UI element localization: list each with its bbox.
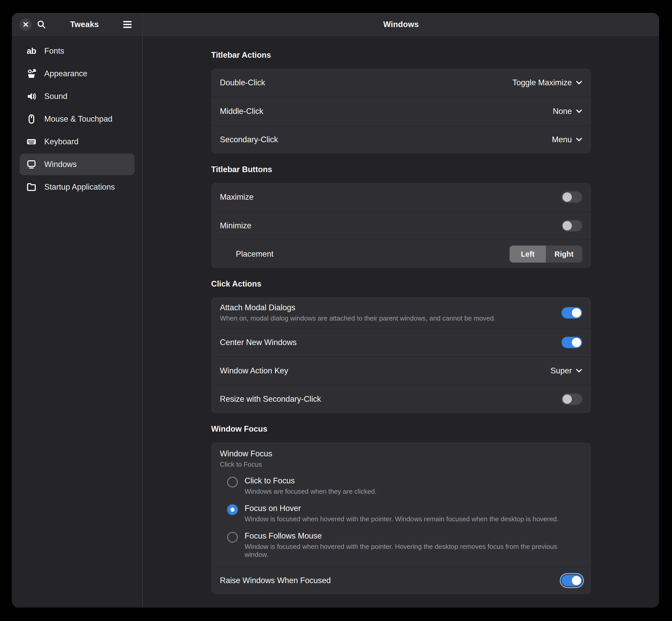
focus-on-hover-label: Focus on Hover xyxy=(244,504,559,513)
window-focus-expander[interactable]: Window Focus Click to Focus xyxy=(211,443,591,472)
fonts-icon: ab xyxy=(26,46,37,56)
sidebar-item-label: Fonts xyxy=(44,46,64,56)
raise-windows-when-focused-toggle[interactable] xyxy=(562,575,582,586)
tweaks-window: Tweaks Windows ab Fonts Appearance xyxy=(12,13,659,608)
center-new-windows-toggle[interactable] xyxy=(562,337,582,348)
mouse-icon xyxy=(26,114,37,124)
chevron-down-icon xyxy=(576,81,582,85)
focus-on-hover-option[interactable]: Focus on Hover Window is focused when ho… xyxy=(211,500,591,527)
sidebar-item-appearance[interactable]: Appearance xyxy=(19,63,135,85)
double-click-dropdown[interactable]: Toggle Maximize xyxy=(512,78,582,87)
resize-secondary-click-label: Resize with Secondary-Click xyxy=(220,395,321,404)
focus-on-hover-texts: Focus on Hover Window is focused when ho… xyxy=(244,504,559,523)
sidebar-item-label: Appearance xyxy=(44,69,87,78)
sidebar-item-windows[interactable]: Windows xyxy=(19,154,135,175)
center-new-windows-row: Center New Windows xyxy=(211,328,591,356)
window-action-key-dropdown[interactable]: Super xyxy=(550,366,582,375)
click-to-focus-label: Click to Focus xyxy=(244,476,377,486)
toggle-knob xyxy=(572,308,581,318)
sound-icon xyxy=(26,91,37,101)
close-icon xyxy=(23,22,29,28)
main-headerbar: Windows xyxy=(143,13,659,36)
windows-icon xyxy=(26,159,37,170)
sidebar-item-keyboard[interactable]: Keyboard xyxy=(19,131,135,153)
focus-follows-mouse-texts: Focus Follows Mouse Window is focused wh… xyxy=(244,531,582,558)
secondary-click-label: Secondary-Click xyxy=(220,135,278,144)
window-focus-card: Window Focus Click to Focus Click to Foc… xyxy=(211,443,591,594)
focus-follows-mouse-option[interactable]: Focus Follows Mouse Window is focused wh… xyxy=(211,527,591,563)
sidebar-item-fonts[interactable]: ab Fonts xyxy=(19,40,135,62)
settings-page-windows: Titlebar Actions Double-Click Toggle Max… xyxy=(143,36,659,608)
click-to-focus-description: Windows are focused when they are clicke… xyxy=(244,488,377,496)
window-focus-expander-subtitle: Click to Focus xyxy=(220,460,582,468)
attach-modal-dialogs-row: Attach Modal Dialogs When on, modal dial… xyxy=(211,297,591,328)
chevron-down-icon xyxy=(576,137,582,142)
placement-left-button[interactable]: Left xyxy=(509,246,546,262)
middle-click-row: Middle-Click None xyxy=(211,97,591,125)
double-click-label: Double-Click xyxy=(220,78,265,87)
middle-click-label: Middle-Click xyxy=(220,107,263,116)
attach-modal-dialogs-description: When on, modal dialog windows are attach… xyxy=(220,315,496,322)
maximize-label: Maximize xyxy=(220,193,254,202)
toggle-knob xyxy=(563,221,572,231)
titlebar-buttons-card: Maximize Minimize Placement Left Right xyxy=(211,183,591,268)
focus-follows-mouse-description: Window is focused when hovered with the … xyxy=(244,543,582,558)
placement-label: Placement xyxy=(220,249,273,259)
focus-on-hover-description: Window is focused when hovered with the … xyxy=(244,515,559,523)
maximize-row: Maximize xyxy=(211,183,591,211)
attach-modal-dialogs-toggle[interactable] xyxy=(562,307,582,319)
section-title-click-actions: Click Actions xyxy=(211,279,591,289)
sidebar: ab Fonts Appearance S xyxy=(12,36,143,608)
app-title: Tweaks xyxy=(51,20,118,29)
menu-button[interactable] xyxy=(120,17,135,32)
raise-windows-when-focused-row: Raise Windows When Focused xyxy=(211,566,591,594)
close-button[interactable] xyxy=(19,18,32,31)
resize-secondary-click-toggle[interactable] xyxy=(562,394,582,405)
radio-unselected-icon xyxy=(227,477,238,488)
sidebar-item-label: Sound xyxy=(44,92,68,101)
search-button[interactable] xyxy=(34,17,49,32)
keyboard-icon xyxy=(26,136,37,147)
minimize-toggle[interactable] xyxy=(562,220,582,232)
double-click-row: Double-Click Toggle Maximize xyxy=(211,69,591,97)
titlebar-actions-card: Double-Click Toggle Maximize Middle-Clic… xyxy=(211,69,591,154)
toggle-knob xyxy=(572,338,581,347)
radio-unselected-icon xyxy=(227,532,238,543)
center-new-windows-label: Center New Windows xyxy=(220,338,297,347)
folder-icon xyxy=(26,182,37,192)
window-action-key-label: Window Action Key xyxy=(220,366,288,375)
toggle-knob xyxy=(572,576,581,585)
sidebar-item-label: Windows xyxy=(44,160,77,169)
focus-follows-mouse-label: Focus Follows Mouse xyxy=(244,531,582,541)
placement-segmented-control: Left Right xyxy=(509,246,582,262)
chevron-down-icon xyxy=(576,109,582,113)
placement-right-button[interactable]: Right xyxy=(546,246,582,262)
section-title-titlebar-buttons: Titlebar Buttons xyxy=(211,165,591,174)
attach-modal-dialogs-text: Attach Modal Dialogs When on, modal dial… xyxy=(220,297,496,328)
sidebar-item-sound[interactable]: Sound xyxy=(19,86,135,107)
minimize-label: Minimize xyxy=(220,221,251,231)
section-title-titlebar-actions: Titlebar Actions xyxy=(211,50,591,60)
raise-windows-when-focused-label: Raise Windows When Focused xyxy=(220,576,331,585)
sidebar-headerbar: Tweaks xyxy=(12,13,143,36)
minimize-row: Minimize xyxy=(211,211,591,240)
section-title-window-focus: Window Focus xyxy=(211,424,591,434)
chevron-down-icon xyxy=(576,369,582,373)
click-to-focus-texts: Click to Focus Windows are focused when … xyxy=(244,476,377,496)
sidebar-item-label: Startup Applications xyxy=(44,182,115,192)
resize-secondary-click-row: Resize with Secondary-Click xyxy=(211,385,591,413)
radio-selected-icon xyxy=(227,504,238,515)
window-focus-expander-title: Window Focus xyxy=(220,449,582,458)
sidebar-item-startup-applications[interactable]: Startup Applications xyxy=(19,176,135,198)
secondary-click-row: Secondary-Click Menu xyxy=(211,125,591,154)
sidebar-item-label: Mouse & Touchpad xyxy=(44,114,113,124)
sidebar-item-mouse-touchpad[interactable]: Mouse & Touchpad xyxy=(19,108,135,130)
search-icon xyxy=(37,20,46,29)
middle-click-dropdown[interactable]: None xyxy=(553,107,582,116)
sidebar-item-label: Keyboard xyxy=(44,137,79,147)
click-actions-card: Attach Modal Dialogs When on, modal dial… xyxy=(211,297,591,413)
maximize-toggle[interactable] xyxy=(562,192,582,203)
click-to-focus-option[interactable]: Click to Focus Windows are focused when … xyxy=(211,472,591,500)
placement-row: Placement Left Right xyxy=(211,240,591,268)
secondary-click-dropdown[interactable]: Menu xyxy=(552,135,582,144)
